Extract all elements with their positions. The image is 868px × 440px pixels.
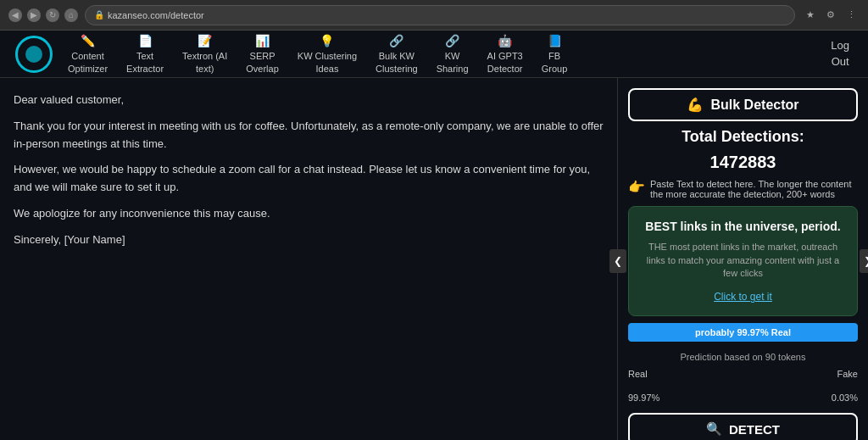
nav-item-bulk-kw-clustering[interactable]: 🔗 Bulk KWClustering [367,28,426,80]
carousel-next-button[interactable]: ❯ [860,249,868,273]
nav-label-textron: Textron (AItext) [182,50,227,75]
logo-area [8,36,59,73]
nav-label-bulk-kw-clustering: Bulk KWClustering [376,50,418,75]
carousel-prev-button[interactable]: ❮ [609,249,626,273]
navbar: ✏️ ContentOptimizer 📄 TextExtractor 📝 Te… [0,31,868,78]
ad-card-link[interactable]: Click to get it [714,291,772,303]
nav-label-ai-gpt3-detector: AI GPT3Detector [487,50,523,75]
score-row: 99.97% 0.03% [628,393,858,403]
nav-label-serp-overlap: SERPOverlap [246,50,279,75]
browser-controls: ◀ ▶ ↻ ⌂ [8,8,78,22]
fb-group-icon: 📘 [548,33,562,48]
text-paragraph-3: However, we would be happy to schedule a… [14,161,604,197]
score-real: 99.97% [628,393,659,403]
nav-items: ✏️ ContentOptimizer 📄 TextExtractor 📝 Te… [59,28,821,80]
nav-item-kw-sharing[interactable]: 🔗 KWSharing [428,28,477,80]
progress-text-overlay: probably 99.97% Real [628,327,858,337]
detect-label: DETECT [729,422,780,437]
progress-row: probably 99.97% Real [628,323,858,345]
ad-card-description: THE most potent links in the market, out… [639,241,847,280]
nav-item-ai-gpt3-detector[interactable]: 🤖 AI GPT3Detector [479,28,531,80]
real-label: Real [628,369,648,379]
detect-icon: 🔍 [706,421,722,437]
ai-gpt3-detector-icon: 🤖 [498,33,512,48]
bulk-detector-button[interactable]: 💪 Bulk Detector [628,88,858,121]
score-fake: 0.03% [832,393,858,403]
carousel-wrapper: ❮ BEST links in the universe, period. TH… [628,206,858,316]
forward-button[interactable]: ▶ [27,8,41,22]
browser-bar: ◀ ▶ ↻ ⌂ 🔒 kazanseo.com/detector ★ ⚙ ⋮ [0,0,868,31]
nav-item-content-optimizer[interactable]: ✏️ ContentOptimizer [59,28,116,80]
url-text: kazanseo.com/detector [108,10,204,20]
carousel-inner: BEST links in the universe, period. THE … [628,206,858,316]
home-button[interactable]: ⌂ [64,8,78,22]
bulk-detector-icon: 💪 [687,97,704,113]
menu-icon[interactable]: ⋮ [843,7,860,24]
bulk-kw-clustering-icon: 🔗 [389,33,403,48]
text-paragraph-4: We apologize for any inconvenience this … [14,205,604,223]
extensions-icon[interactable]: ⚙ [822,7,839,24]
paste-hint-icon: 👉 [628,179,645,195]
detect-button[interactable]: 🔍 DETECT [628,413,858,440]
text-paragraph-2: Thank you for your interest in meeting w… [14,118,604,153]
nav-item-textron[interactable]: 📝 Textron (AItext) [174,28,236,80]
nav-item-kw-clustering-ideas[interactable]: 💡 KW ClusteringIdeas [289,28,365,80]
logo [15,36,53,73]
nav-item-fb-group[interactable]: 📘 FBGroup [533,28,576,80]
total-detections-value: 1472883 [710,153,776,172]
back-button[interactable]: ◀ [8,8,22,22]
nav-label-kw-sharing: KWSharing [437,50,469,75]
browser-actions: ★ ⚙ ⋮ [802,7,860,24]
lock-icon: 🔒 [94,10,104,19]
star-icon[interactable]: ★ [802,7,819,24]
nav-label-fb-group: FBGroup [542,50,568,75]
bulk-detector-label: Bulk Detector [710,97,798,113]
kw-clustering-ideas-icon: 💡 [320,33,334,48]
text-extractor-icon: 📄 [138,33,153,48]
prediction-label: Prediction based on 90 tokens [628,352,858,362]
nav-label-content-optimizer: ContentOptimizer [68,50,108,75]
progress-label-bar: probably 99.97% Real [628,323,858,342]
ad-card-title: BEST links in the universe, period. [639,219,847,234]
total-detections-label: Total Detections: [682,128,804,146]
nav-label-kw-clustering-ideas: KW ClusteringIdeas [298,50,357,75]
paste-hint: 👉 Paste Text to detect here. The longer … [628,179,858,199]
nav-item-serp-overlap[interactable]: 📊 SERPOverlap [237,28,287,80]
serp-overlap-icon: 📊 [255,33,270,48]
right-panel: 💪 Bulk Detector Total Detections: 147288… [618,78,868,440]
real-fake-row: Real Fake [628,369,858,379]
nav-logout[interactable]: LogOut [821,33,860,74]
ad-card: BEST links in the universe, period. THE … [628,206,858,316]
text-paragraph-1: Dear valued customer, [14,92,604,109]
nav-label-text-extractor: TextExtractor [126,50,164,75]
fake-label: Fake [837,369,858,379]
url-bar[interactable]: 🔒 kazanseo.com/detector [85,5,795,25]
textron-icon: 📝 [198,33,212,48]
logo-inner [25,46,42,63]
text-panel[interactable]: Dear valued customer, Thank you for your… [0,78,618,440]
refresh-button[interactable]: ↻ [46,8,59,22]
nav-item-text-extractor[interactable]: 📄 TextExtractor [118,28,172,80]
content-optimizer-icon: ✏️ [81,33,95,48]
main-content: Dear valued customer, Thank you for your… [0,78,868,440]
text-paragraph-5: Sincerely, [Your Name] [14,231,604,249]
paste-hint-text: Paste Text to detect here. The longer th… [650,179,858,199]
kw-sharing-icon: 🔗 [445,33,459,48]
